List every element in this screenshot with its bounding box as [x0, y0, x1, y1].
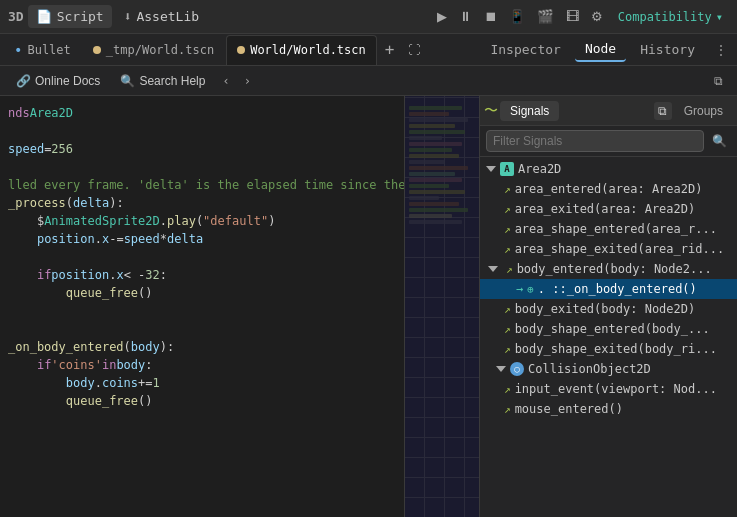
- groups-button[interactable]: Groups: [674, 101, 733, 121]
- history-label: History: [640, 42, 695, 57]
- signal-area-entered[interactable]: ↗ area_entered(area: Area2D): [480, 179, 737, 199]
- signal-area-exited[interactable]: ↗ area_exited(area: Area2D): [480, 199, 737, 219]
- area2d-section[interactable]: A Area2D: [480, 159, 737, 179]
- signal-body-exited[interactable]: ↗ body_exited(body: Node2D): [480, 299, 737, 319]
- docs-icon: 🔗: [16, 74, 31, 88]
- bullet-icon: •: [14, 42, 22, 58]
- play-button[interactable]: ▶: [434, 6, 450, 27]
- movie-button[interactable]: 🎬: [534, 6, 557, 27]
- code-line-14: _on_body_entered(body):: [4, 338, 400, 356]
- more-button[interactable]: ⋮: [709, 41, 733, 59]
- world-tab[interactable]: World/World.tscn: [226, 35, 377, 65]
- code-editor[interactable]: nds Area2D speed = 256 lled every frame.…: [0, 96, 404, 517]
- signal-on-body-entered-label: . ::_on_body_entered(): [538, 282, 697, 296]
- code-line-13: [4, 320, 400, 338]
- film-button[interactable]: 🎞: [563, 6, 582, 27]
- script-tab[interactable]: 📄 Script: [28, 5, 112, 28]
- collision-section[interactable]: ○ CollisionObject2D: [480, 359, 737, 379]
- code-line-2: [4, 122, 400, 140]
- assetlib-tab-label: AssetLib: [136, 9, 199, 24]
- assetlib-tab[interactable]: ⬇ AssetLib: [116, 5, 207, 28]
- filter-bar: 🔍: [480, 126, 737, 157]
- debug-button[interactable]: 📱: [506, 6, 528, 27]
- filter-signals-input[interactable]: [486, 130, 704, 152]
- signal-body-shape-entered[interactable]: ↗ body_shape_entered(body_...: [480, 319, 737, 339]
- signal-area-shape-entered[interactable]: ↗ area_shape_entered(area_r...: [480, 219, 737, 239]
- nav-prev-button[interactable]: ‹: [217, 72, 234, 90]
- code-line-17: queue_free(): [4, 392, 400, 410]
- area2d-icon: A: [500, 162, 514, 176]
- world-tmp-tab[interactable]: _tmp/World.tscn: [83, 35, 224, 65]
- search-help-label: Search Help: [139, 74, 205, 88]
- script-tab-label: Script: [57, 9, 104, 24]
- bullet-tab[interactable]: • Bullet: [4, 35, 81, 65]
- render-button[interactable]: ⚙: [588, 6, 606, 27]
- signals-label: Signals: [510, 104, 549, 118]
- signal-mouse-entered[interactable]: ↗ mouse_entered(): [480, 399, 737, 419]
- body-entered-collapse-icon: [488, 266, 498, 272]
- compatibility-button[interactable]: Compatibility ▾: [612, 7, 729, 27]
- top-bar-left: 3D 📄 Script ⬇ AssetLib: [8, 5, 207, 28]
- preview-image: [405, 96, 479, 517]
- groups-label: Groups: [684, 104, 723, 118]
- tab-bar-right: Inspector Node History ⋮: [480, 37, 733, 62]
- signal-area-shape-exited[interactable]: ↗ area_shape_exited(area_rid...: [480, 239, 737, 259]
- emit-icon-6: ↗: [504, 303, 511, 316]
- code-line-16: body.coins += 1: [4, 374, 400, 392]
- search-help-button[interactable]: 🔍 Search Help: [112, 71, 213, 91]
- signal-tree[interactable]: A Area2D ↗ area_entered(area: Area2D) ↗ …: [480, 157, 737, 517]
- signal-area-entered-label: area_entered(area: Area2D): [515, 182, 703, 196]
- emit-icon-1: ↗: [504, 183, 511, 196]
- body-entered-label: body_entered(body: Node2...: [517, 262, 712, 276]
- signal-input-event[interactable]: ↗ input_event(viewport: Nod...: [480, 379, 737, 399]
- body-entered-section[interactable]: ↗ body_entered(body: Node2...: [480, 259, 737, 279]
- nav-next-button[interactable]: ›: [239, 72, 256, 90]
- collision-collapse-icon: [496, 366, 506, 372]
- area2d-collapse-icon: [486, 166, 496, 172]
- world-label: World/World.tscn: [250, 43, 366, 57]
- code-line-10: if position.x < -32:: [4, 266, 400, 284]
- filter-search-icon[interactable]: 🔍: [708, 132, 731, 150]
- pause-button[interactable]: ⏸: [456, 6, 475, 27]
- history-tab[interactable]: History: [630, 38, 705, 61]
- signals-header: 〜 Signals ⧉ Groups: [480, 96, 737, 126]
- inspector-tab[interactable]: Inspector: [480, 38, 570, 61]
- sub-toolbar-right: ⧉: [708, 71, 729, 91]
- signal-on-body-entered[interactable]: → ⊕ . ::_on_body_entered(): [480, 279, 737, 299]
- main-content: nds Area2D speed = 256 lled every frame.…: [0, 96, 737, 517]
- node-tab[interactable]: Node: [575, 37, 626, 62]
- signal-area-exited-label: area_exited(area: Area2D): [515, 202, 696, 216]
- add-tab-button[interactable]: +: [379, 38, 401, 61]
- code-line-15: if 'coins' in body:: [4, 356, 400, 374]
- online-docs-button[interactable]: 🔗 Online Docs: [8, 71, 108, 91]
- connected-arrow-icon: →: [516, 282, 523, 296]
- collision-label: CollisionObject2D: [528, 362, 651, 376]
- chevron-down-icon: ▾: [716, 10, 723, 24]
- emit-icon-4: ↗: [504, 243, 511, 256]
- signal-body-shape-exited[interactable]: ↗ body_shape_exited(body_ri...: [480, 339, 737, 359]
- search-icon: 🔍: [120, 74, 135, 88]
- collision-icon: ○: [510, 362, 524, 376]
- preview-grid: [405, 96, 479, 517]
- code-content: nds Area2D speed = 256 lled every frame.…: [0, 96, 404, 418]
- code-line-1: nds Area2D: [4, 104, 400, 122]
- stop-button[interactable]: ⏹: [481, 6, 500, 27]
- signals-button[interactable]: Signals: [500, 101, 559, 121]
- world-dot: [237, 46, 245, 54]
- connect-icon[interactable]: ⧉: [654, 102, 672, 120]
- emit-icon-10: ↗: [504, 403, 511, 416]
- signal-mouse-entered-label: mouse_entered(): [515, 402, 623, 416]
- compatibility-label: Compatibility: [618, 10, 712, 24]
- sub-toolbar: 🔗 Online Docs 🔍 Search Help ‹ › ⧉: [0, 66, 737, 96]
- online-docs-label: Online Docs: [35, 74, 100, 88]
- code-line-6: _process(delta):: [4, 194, 400, 212]
- emit-icon-2: ↗: [504, 203, 511, 216]
- assetlib-icon: ⬇: [124, 9, 132, 24]
- code-line-5: lled every frame. 'delta' is the elapsed…: [4, 176, 400, 194]
- emit-icon-9: ↗: [504, 383, 511, 396]
- signal-area-shape-exited-label: area_shape_exited(area_rid...: [515, 242, 725, 256]
- inspector-label: Inspector: [490, 42, 560, 57]
- code-line-12: [4, 302, 400, 320]
- preview-button[interactable]: ⧉: [708, 71, 729, 91]
- expand-tab-button[interactable]: ⛶: [402, 41, 426, 59]
